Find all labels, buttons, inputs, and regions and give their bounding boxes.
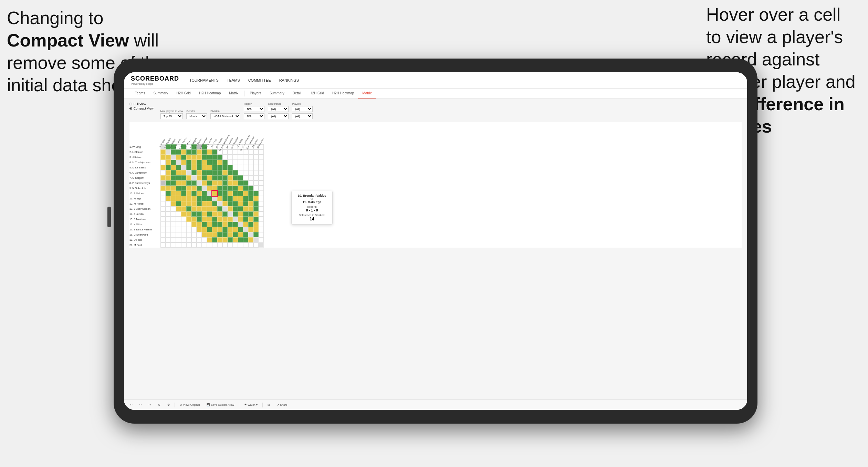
cell-14-8[interactable] xyxy=(197,211,202,217)
cell-9-5[interactable] xyxy=(181,186,186,191)
cell-19-16[interactable] xyxy=(238,237,243,242)
cell-17-19[interactable] xyxy=(253,227,259,232)
cell-11-13[interactable] xyxy=(222,196,228,201)
cell-10-19[interactable] xyxy=(253,191,259,196)
cell-13-2[interactable] xyxy=(166,206,171,211)
filter-conf-select[interactable]: (All) xyxy=(268,106,289,112)
filter-players-select2[interactable]: (All) xyxy=(292,113,313,119)
cell-17-18[interactable] xyxy=(248,227,253,232)
cell-8-13[interactable] xyxy=(222,180,228,186)
cell-7-6[interactable] xyxy=(186,175,191,180)
cell-11-7[interactable] xyxy=(191,196,197,201)
cell-11-11[interactable] xyxy=(212,196,217,201)
cell-19-7[interactable] xyxy=(191,237,197,242)
cell-6-15[interactable] xyxy=(233,170,238,175)
cell-10-14[interactable] xyxy=(228,191,233,196)
cell-6-10[interactable] xyxy=(207,170,212,175)
cell-16-11[interactable] xyxy=(212,222,217,227)
cell-5-5[interactable] xyxy=(181,165,186,170)
cell-8-16[interactable] xyxy=(238,180,243,186)
cell-14-3[interactable] xyxy=(171,211,176,217)
cell-11-6[interactable] xyxy=(186,196,191,201)
cell-16-18[interactable] xyxy=(248,222,253,227)
cell-4-11[interactable] xyxy=(212,160,217,165)
cell-3-18[interactable] xyxy=(248,155,253,160)
cell-10-3[interactable] xyxy=(171,191,176,196)
cell-9-2[interactable] xyxy=(166,186,171,191)
cell-18-10[interactable] xyxy=(207,232,212,237)
cell-15-2[interactable] xyxy=(166,217,171,222)
cell-19-12[interactable] xyxy=(217,237,222,242)
cell-4-10[interactable] xyxy=(207,160,212,165)
cell-10-11[interactable] xyxy=(212,191,217,196)
cell-4-15[interactable] xyxy=(233,160,238,165)
cell-3-11[interactable] xyxy=(212,155,217,160)
cell-5-14[interactable] xyxy=(228,165,233,170)
share-btn[interactable]: ↗ Share xyxy=(275,403,290,407)
cell-3-19[interactable] xyxy=(253,155,259,160)
cell-3-15[interactable] xyxy=(233,155,238,160)
cell-17-4[interactable] xyxy=(176,227,181,232)
cell-5-3[interactable] xyxy=(171,165,176,170)
cell-12-15[interactable] xyxy=(233,201,238,206)
cell-17-9[interactable] xyxy=(202,227,207,232)
cell-14-15[interactable] xyxy=(233,211,238,217)
cell-13-12[interactable] xyxy=(217,206,222,211)
cell-6-1[interactable] xyxy=(160,170,166,175)
settings-btn[interactable]: ⚙ xyxy=(165,403,172,407)
cell-16-2[interactable] xyxy=(166,222,171,227)
cell-20-10[interactable] xyxy=(207,242,212,248)
cell-9-20[interactable] xyxy=(259,186,264,191)
cell-6-14[interactable] xyxy=(228,170,233,175)
cell-14-1[interactable] xyxy=(160,211,166,217)
cell-16-15[interactable] xyxy=(233,222,238,227)
cell-12-3[interactable] xyxy=(171,201,176,206)
tab-summary-2[interactable]: Summary xyxy=(265,89,289,98)
cell-9-10[interactable] xyxy=(207,186,212,191)
cell-3-12[interactable] xyxy=(217,155,222,160)
cell-5-11[interactable] xyxy=(212,165,217,170)
compact-view-radio[interactable] xyxy=(129,107,132,110)
cell-12-8[interactable] xyxy=(197,201,202,206)
cell-6-12[interactable] xyxy=(217,170,222,175)
cell-16-9[interactable] xyxy=(202,222,207,227)
cell-18-12[interactable] xyxy=(217,232,222,237)
cell-2-5[interactable] xyxy=(181,149,186,155)
filter-division-select[interactable]: NCAA Division I xyxy=(210,113,240,119)
cell-4-17[interactable] xyxy=(243,160,248,165)
cell-8-19[interactable] xyxy=(253,180,259,186)
cell-6-18[interactable] xyxy=(248,170,253,175)
cell-20-3[interactable] xyxy=(171,242,176,248)
cell-2-19[interactable] xyxy=(253,149,259,155)
cell-17-15[interactable] xyxy=(233,227,238,232)
cell-2-7[interactable] xyxy=(191,149,197,155)
cell-9-15[interactable] xyxy=(233,186,238,191)
cell-18-18[interactable] xyxy=(248,232,253,237)
cell-19-8[interactable] xyxy=(197,237,202,242)
cell-5-2[interactable] xyxy=(166,165,171,170)
filter-conf-select2[interactable]: (All) xyxy=(268,113,289,119)
cell-2-2[interactable] xyxy=(166,149,171,155)
cell-8-15[interactable] xyxy=(233,180,238,186)
cell-11-4[interactable] xyxy=(176,196,181,201)
tab-detail[interactable]: Detail xyxy=(289,89,306,98)
cell-19-20[interactable] xyxy=(259,237,264,242)
cell-13-19[interactable] xyxy=(253,206,259,211)
cell-8-14[interactable] xyxy=(228,180,233,186)
cell-6-6[interactable] xyxy=(186,170,191,175)
cell-2-4[interactable] xyxy=(176,149,181,155)
cell-5-4[interactable] xyxy=(176,165,181,170)
cell-17-17[interactable] xyxy=(243,227,248,232)
cell-19-10[interactable] xyxy=(207,237,212,242)
cell-3-8[interactable] xyxy=(197,155,202,160)
cell-15-20[interactable] xyxy=(259,217,264,222)
cell-14-5[interactable] xyxy=(181,211,186,217)
cell-10-12[interactable] xyxy=(217,191,222,196)
cell-14-9[interactable] xyxy=(202,211,207,217)
cell-2-9[interactable] xyxy=(202,149,207,155)
cell-4-16[interactable] xyxy=(238,160,243,165)
cell-3-2[interactable] xyxy=(166,155,171,160)
tab-h2h-heatmap-1[interactable]: H2H Heatmap xyxy=(195,89,225,98)
cell-6-20[interactable] xyxy=(259,170,264,175)
cell-10-1[interactable] xyxy=(160,191,166,196)
